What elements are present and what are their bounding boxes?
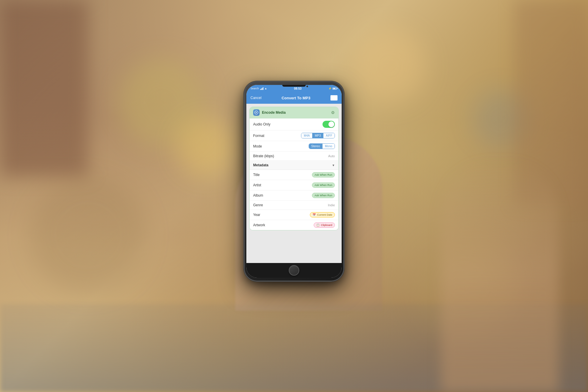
signal-bar-3: [262, 88, 263, 90]
bokeh-3: [29, 176, 147, 294]
year-date-badge[interactable]: 📅 Current Date: [310, 212, 335, 217]
bitrate-value: Auto: [328, 154, 335, 158]
status-time: 08:53: [294, 87, 302, 90]
format-m4a-button[interactable]: M4A: [301, 133, 313, 138]
home-button-area: [246, 263, 342, 278]
album-badge-label: Ask When Run: [315, 194, 332, 197]
mode-row: Mode Stereo Mono: [250, 141, 338, 152]
metadata-chevron-icon: ▼: [332, 164, 335, 167]
calendar-icon: 📅: [313, 213, 316, 216]
artist-ask-badge[interactable]: Ask When Run: [312, 182, 335, 188]
battery-body: [333, 88, 337, 90]
phone-speaker: [282, 85, 306, 87]
nav-action-button[interactable]: [330, 95, 338, 100]
genre-label: Genre: [253, 203, 263, 207]
year-badge-label: Current Date: [317, 213, 332, 216]
artist-label: Artist: [253, 183, 261, 187]
audio-only-row: Audio Only: [250, 118, 338, 130]
genre-value: Indie: [328, 203, 335, 207]
bitrate-label: Bitrate (kbps): [253, 154, 274, 158]
artwork-label: Artwork: [253, 223, 265, 227]
audio-only-toggle[interactable]: [323, 121, 335, 128]
battery-tip: [337, 88, 338, 89]
cancel-button[interactable]: Cancel: [250, 96, 261, 100]
encode-media-icon: [253, 109, 260, 116]
battery-icon: [333, 88, 338, 90]
encode-card-title: Encode Media: [262, 110, 286, 115]
nav-bar: Cancel Convert To MP3: [246, 92, 342, 104]
signal-bar-1: [260, 89, 261, 90]
bluetooth-icon: ⚡: [328, 87, 332, 90]
encode-header: Encode Media ⚙: [250, 107, 338, 118]
title-ask-badge[interactable]: Ask When Run: [312, 172, 335, 177]
artist-row: Artist Ask When Run: [250, 180, 338, 190]
toggle-knob: [328, 121, 334, 127]
wifi-icon: ▲: [265, 87, 267, 90]
metadata-label: Metadata: [253, 163, 268, 167]
building-left: [0, 0, 88, 176]
encode-header-left: Encode Media: [253, 109, 286, 116]
album-label: Album: [253, 193, 263, 197]
phone-camera: [306, 86, 308, 87]
artwork-clipboard-badge[interactable]: 📋 Clipboard: [314, 222, 335, 228]
phone-wrapper: Search ▲ 08:53 ⚡: [232, 81, 356, 311]
metadata-section-row[interactable]: Metadata ▼: [250, 161, 338, 170]
format-row: Format M4A MP3 AIFF: [250, 130, 338, 141]
album-ask-badge[interactable]: Ask When Run: [312, 193, 335, 198]
bokeh-4: [353, 29, 426, 103]
battery-fill: [333, 88, 335, 89]
title-row: Title Ask When Run: [250, 170, 338, 180]
audio-only-label: Audio Only: [253, 122, 270, 126]
nav-title: Convert To MP3: [282, 96, 310, 100]
bokeh-2: [176, 118, 235, 176]
media-icon-svg: [254, 110, 258, 115]
artwork-row: Artwork 📋 Clipboard: [250, 220, 338, 230]
year-row: Year 📅 Current Date: [250, 210, 338, 220]
encode-media-card: Encode Media ⚙ Audio Only Format: [249, 107, 339, 230]
signal-icon: [260, 87, 263, 90]
signal-bar-4: [263, 87, 263, 90]
mode-segmented-control: Stereo Mono: [309, 143, 335, 149]
carrier-label: Search: [250, 87, 259, 90]
phone-screen: Search ▲ 08:53 ⚡: [246, 85, 342, 278]
title-label: Title: [253, 173, 260, 177]
format-segmented-control: M4A MP3 AIFF: [301, 133, 335, 138]
phone-frame: Search ▲ 08:53 ⚡: [244, 81, 344, 281]
status-right: ⚡: [328, 87, 338, 90]
format-label: Format: [253, 134, 264, 138]
status-left: Search ▲: [250, 87, 267, 90]
clipboard-icon: 📋: [316, 224, 320, 227]
artwork-badge-label: Clipboard: [321, 224, 332, 227]
year-label: Year: [253, 213, 260, 217]
bitrate-row: Bitrate (kbps) Auto: [250, 152, 338, 161]
person-background: [441, 157, 559, 392]
format-mp3-button[interactable]: MP3: [313, 133, 324, 138]
encode-options-icon[interactable]: ⚙: [331, 110, 335, 115]
mode-stereo-button[interactable]: Stereo: [309, 144, 323, 149]
format-aiff-button[interactable]: AIFF: [323, 133, 335, 138]
mode-mono-button[interactable]: Mono: [323, 144, 335, 149]
artist-badge-label: Ask When Run: [315, 184, 332, 187]
album-row: Album Ask When Run: [250, 190, 338, 201]
mode-label: Mode: [253, 144, 262, 148]
genre-row: Genre Indie: [250, 201, 338, 210]
title-badge-label: Ask When Run: [315, 173, 332, 176]
content-area: Encode Media ⚙ Audio Only Format: [246, 104, 342, 263]
home-button[interactable]: [289, 265, 299, 276]
signal-bar-2: [261, 88, 262, 90]
